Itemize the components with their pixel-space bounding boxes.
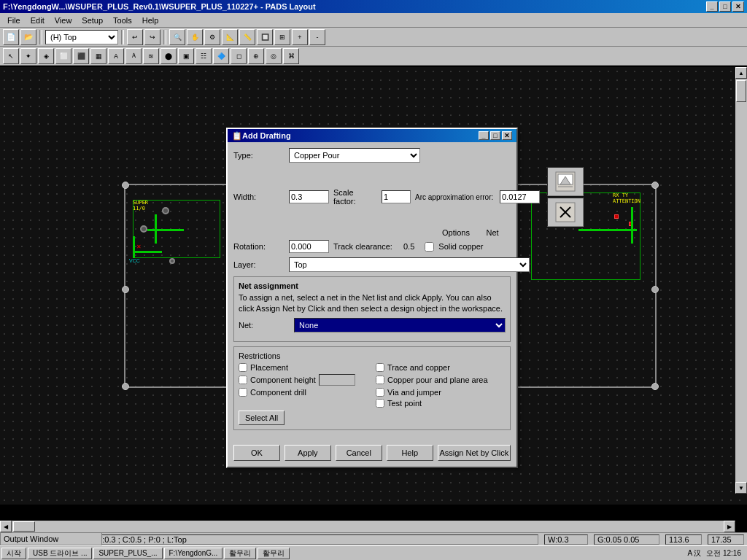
taskbar-item-0[interactable]: USB 드라이브 ... <box>28 548 92 559</box>
dialog-controls[interactable]: _ □ ✕ <box>479 131 512 140</box>
menu-help[interactable]: Help <box>138 15 163 26</box>
scrollbar-bottom[interactable]: ◀ ▶ <box>0 521 735 532</box>
trace-copper-label: Trace and copper <box>387 363 450 372</box>
width-input[interactable] <box>289 190 329 203</box>
menu-edit[interactable]: Edit <box>26 15 49 26</box>
toolbar1: 📄 📂 (H) Top ↩ ↪ 🔍 ✋ ⚙ 📐 📏 🔲 ⊞ + - <box>0 28 747 47</box>
assign-net-button[interactable]: Assign Net by Click <box>438 445 511 461</box>
track-clearance-label: Track clearance: <box>333 242 399 251</box>
net-icon-button[interactable] <box>547 198 584 227</box>
test-point-checkbox[interactable] <box>376 399 384 408</box>
tb2-btn17[interactable]: ⌘ <box>283 48 299 64</box>
tb2-btn9[interactable]: ≋ <box>143 48 159 64</box>
tb2-btn11[interactable]: ▣ <box>178 48 194 64</box>
placement-checkbox[interactable] <box>239 363 247 372</box>
help-button[interactable]: Help <box>387 445 433 461</box>
via-jumper-checkbox[interactable] <box>376 388 384 397</box>
tb2-btn6[interactable]: ▦ <box>90 48 107 64</box>
menu-file[interactable]: File <box>3 15 25 26</box>
copper-pour-label: Copper pour and plane area <box>387 376 488 384</box>
tb2-btn8[interactable]: Ａ <box>125 48 142 64</box>
net-select[interactable]: None <box>294 318 506 332</box>
layer-select[interactable]: Top Bottom <box>289 257 530 272</box>
apply-button[interactable]: Apply <box>285 445 331 461</box>
title-bar-controls[interactable]: _ □ ✕ <box>706 1 744 12</box>
output-window-tab[interactable]: Output Window <box>0 532 102 545</box>
maximize-button[interactable]: □ <box>719 1 731 12</box>
copper-pour-row: Copper pour and plane area <box>376 374 506 386</box>
tb-zoom[interactable]: 🔍 <box>169 29 185 45</box>
tb2-btn5[interactable]: ⬛ <box>73 48 89 64</box>
start-button[interactable]: 시작 <box>1 548 26 559</box>
trace-copper-checkbox[interactable] <box>376 363 384 372</box>
toolbar-separator <box>39 30 42 44</box>
scroll-right-arrow[interactable]: ▶ <box>724 521 735 532</box>
taskbar-item-2[interactable]: F:\YengdonG... <box>164 548 223 559</box>
dialog-close[interactable]: ✕ <box>502 131 512 140</box>
tb-btn6[interactable]: 📏 <box>239 29 255 45</box>
component-height-row: Component height <box>239 374 368 386</box>
tb2-btn2[interactable]: ✦ <box>20 48 36 64</box>
minimize-button[interactable]: _ <box>706 1 718 12</box>
placement-label: Placement <box>250 363 288 372</box>
type-row: Type: Copper Pour <box>233 148 511 163</box>
tb2-btn10[interactable]: ⬤ <box>160 48 177 64</box>
tb2-btn3[interactable]: ◈ <box>38 48 54 64</box>
menu-setup[interactable]: Setup <box>77 15 107 26</box>
taskbar-item-3[interactable]: 활무리 <box>224 548 256 559</box>
tb2-btn15[interactable]: ⊕ <box>248 48 264 64</box>
tb2-btn12[interactable]: ☷ <box>196 48 212 64</box>
tb-btn4[interactable]: ⚙ <box>204 29 220 45</box>
menu-tools[interactable]: Tools <box>109 15 136 26</box>
tb-btn3[interactable]: ✋ <box>187 29 203 45</box>
via-jumper-row: Via and jumper <box>376 388 506 397</box>
taskbar-item-1[interactable]: SUPER_PLUS_... <box>93 548 162 559</box>
rotation-input[interactable] <box>289 240 329 253</box>
restrictions-title: Restrictions <box>239 351 506 360</box>
options-icon-button[interactable] <box>547 167 584 196</box>
scale-factor-input[interactable] <box>382 190 411 203</box>
tb-btn1[interactable]: ↩ <box>127 29 143 45</box>
cancel-button[interactable]: Cancel <box>336 445 382 461</box>
new-button[interactable]: 📄 <box>3 29 19 45</box>
net-assignment-text: To assign a net, select a net in the Net… <box>239 292 506 315</box>
component-height-checkbox[interactable] <box>239 376 247 384</box>
solid-copper-checkbox[interactable] <box>425 242 434 252</box>
tb-btn5[interactable]: 📐 <box>222 29 238 45</box>
tb-btn2[interactable]: ↪ <box>144 29 160 45</box>
tb-btn9[interactable]: + <box>292 29 308 45</box>
dialog-minimize[interactable]: _ <box>479 131 489 140</box>
component-height-input[interactable] <box>319 374 355 386</box>
arc-approx-input[interactable] <box>500 190 540 203</box>
tb2-btn14[interactable]: ◻ <box>231 48 247 64</box>
net-assignment-box: Net assignment To assign a net, select a… <box>233 276 511 342</box>
tb-btn8[interactable]: ⊞ <box>274 29 290 45</box>
window-title: F:\YengdongW...\WSUPER_PLUS_Rev0.1\WSUPE… <box>3 2 316 11</box>
tb2-btn7[interactable]: A <box>108 48 124 64</box>
rotation-label: Rotation: <box>233 242 285 251</box>
select-all-button[interactable]: Select All <box>239 411 285 425</box>
type-select[interactable]: Copper Pour <box>289 148 420 163</box>
dialog-maximize[interactable]: □ <box>490 131 500 140</box>
close-button[interactable]: ✕ <box>732 1 744 12</box>
tb2-btn13[interactable]: 🔷 <box>213 48 229 64</box>
scroll-up-arrow[interactable]: ▲ <box>735 67 747 79</box>
scrollbar-right[interactable]: ▲ ▼ <box>735 67 747 494</box>
test-point-row: Test point <box>376 399 506 408</box>
ok-button[interactable]: OK <box>233 445 280 461</box>
scale-factor-label: Scale factor: <box>333 188 377 206</box>
scroll-down-arrow[interactable]: ▼ <box>735 482 747 494</box>
menu-view[interactable]: View <box>50 15 77 26</box>
scroll-left-arrow[interactable]: ◀ <box>0 521 12 532</box>
component-drill-checkbox[interactable] <box>239 388 247 397</box>
copper-pour-checkbox[interactable] <box>376 376 384 384</box>
tb2-btn1[interactable]: ↖ <box>3 48 19 64</box>
taskbar-clock: 오전 12:16 <box>706 549 741 557</box>
tb-btn7[interactable]: 🔲 <box>257 29 273 45</box>
layer-select[interactable]: (H) Top <box>45 30 118 44</box>
tb-btn10[interactable]: - <box>309 29 325 45</box>
tb2-btn4[interactable]: ⬜ <box>55 48 71 64</box>
open-button[interactable]: 📂 <box>20 29 36 45</box>
tb2-btn16[interactable]: ◎ <box>266 48 282 64</box>
taskbar-item-4[interactable]: 활무리 <box>258 548 290 559</box>
